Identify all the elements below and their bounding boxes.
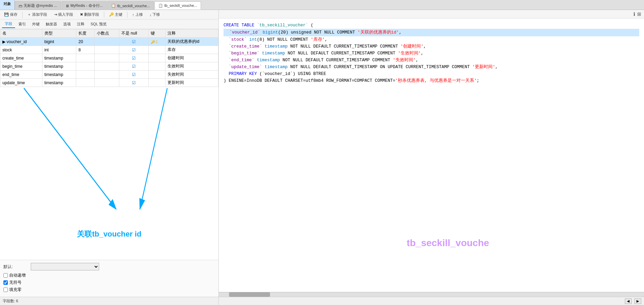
status-btn-2[interactable]: ▶ (634, 298, 641, 304)
cell-type: timestamp (42, 54, 76, 62)
cell-decimal (95, 79, 119, 87)
cell-comment: 更新时间 (165, 79, 218, 87)
nav-tab-fields[interactable]: 字段 (2, 20, 15, 28)
cell-name: update_time (0, 79, 42, 87)
tab-myredis[interactable]: 🖥 MyRedis - 命令行... (62, 1, 107, 10)
fill-zero-input[interactable] (3, 288, 8, 292)
sql-editor[interactable]: CREATE TABLE `tb_seckill_voucher` ( `vou… (219, 18, 644, 292)
unsigned-checkbox[interactable]: 无符号 (3, 280, 215, 285)
cell-name: begin_time (0, 62, 42, 71)
cell-comment: 关联的优惠券的id (165, 38, 218, 46)
cell-decimal (95, 62, 119, 71)
cell-comment: 库存 (165, 46, 218, 54)
cell-type: bigint (42, 38, 76, 46)
move-up-button[interactable]: ↑ 上移 (130, 11, 145, 18)
nav-tabs: 字段 索引 外键 触发器 选项 注释 SQL 预览 (0, 20, 218, 29)
cell-notnull: ☑ (119, 71, 148, 79)
delete-icon: ✖ (80, 12, 83, 17)
save-button[interactable]: 💾 保存 (2, 11, 19, 18)
primary-key-button[interactable]: 🔑 主键 (107, 11, 124, 18)
sql-line-8: PRIMARY KEY (`voucher_id`) USING BTREE (224, 71, 639, 77)
cell-decimal (95, 38, 119, 46)
cell-type: timestamp (42, 79, 76, 87)
cell-comment: 失效时间 (165, 71, 218, 79)
nav-tab-fk[interactable]: 外键 (29, 20, 42, 28)
svg-line-1 (24, 88, 116, 209)
cell-comment: 生效时间 (165, 62, 218, 71)
default-select[interactable] (31, 263, 99, 270)
tab-seckill-1[interactable]: 📋 tb_seckill_vouche... (107, 1, 154, 10)
sql-line-6: `end_time` timestamp NOT NULL DEFAULT CU… (224, 57, 639, 64)
cell-key: 🔑 1 (149, 38, 165, 46)
sql-line-4: `create_time` timestamp NOT NULL DEFAULT… (224, 43, 639, 50)
cell-length (76, 71, 95, 79)
table-icon-1: 📋 (111, 3, 116, 8)
nav-tab-sql-preview[interactable]: SQL 预览 (88, 20, 109, 28)
nav-tab-comment[interactable]: 注释 (74, 20, 87, 28)
nav-tab-index[interactable]: 索引 (16, 20, 29, 28)
cell-key (149, 46, 165, 54)
fill-zero-checkbox[interactable]: 填充零 (3, 287, 215, 293)
top-tab-row: 对象 🗃 无标题 @myredis ... 🖥 MyRedis - 命令行...… (0, 0, 644, 10)
cell-notnull: ☑ (119, 46, 148, 54)
table-row[interactable]: end_timetimestamp☑失效时间 (0, 71, 218, 79)
table-row[interactable]: create_timetimestamp☑创建时间 (0, 54, 218, 62)
cell-key (149, 79, 165, 87)
cell-comment: 创建时间 (165, 54, 218, 62)
sql-line-2: `voucher_id` bigint(20) unsigned NOT NUL… (224, 29, 639, 36)
sql-line-9: ) ENGINE=InnoDB DEFAULT CHARSET=utf8mb4 … (224, 77, 639, 84)
field-count: 字段数: 6 (3, 298, 18, 304)
col-header-decimal: 小数点 (95, 29, 119, 38)
cell-decimal (95, 71, 119, 79)
divider-1 (22, 12, 23, 18)
cell-type: timestamp (42, 62, 76, 71)
auto-increment-checkbox[interactable]: 自动递增 (3, 272, 215, 278)
delete-field-button[interactable]: ✖ 删除字段 (78, 11, 101, 18)
scrollbar-thumb[interactable] (229, 292, 270, 297)
layout-icon[interactable]: ⊞ (637, 11, 641, 17)
tab-seckill-2[interactable]: 📋 tb_seckill_vouche... (155, 1, 201, 10)
cell-name: end_time (0, 71, 42, 79)
nav-tab-trigger[interactable]: 触发器 (43, 20, 60, 28)
object-label: 对象 (0, 0, 15, 10)
tab-untitled[interactable]: 🗃 无标题 @myredis ... (15, 1, 61, 10)
annotation-text: 关联tb_voucher id (77, 229, 141, 239)
main-container: 💾 保存 ＋ 添加字段 ⇥ 插入字段 ✖ 删除字段 🔑 主键 (0, 10, 644, 305)
left-annotation: 名 类型 长度 小数点 不是 null 键 注释 ▶ voucher_idbig… (0, 29, 218, 260)
horizontal-scrollbar[interactable] (219, 292, 644, 297)
auto-increment-input[interactable] (3, 273, 8, 278)
move-down-button[interactable]: ↓ 下移 (148, 11, 162, 18)
cell-notnull: ☑ (119, 38, 148, 46)
table-row[interactable]: ▶ voucher_idbigint20☑🔑 1关联的优惠券的id (0, 38, 218, 46)
info-icon[interactable]: ℹ (633, 11, 635, 17)
watermark: tb_seckill_vouche (407, 236, 489, 251)
svg-line-2 (140, 88, 167, 209)
right-status: ◀ ▶ (219, 297, 644, 305)
sql-line-5: `begin_time` timestamp NOT NULL DEFAULT … (224, 50, 639, 57)
table-container: 名 类型 长度 小数点 不是 null 键 注释 ▶ voucher_idbig… (0, 29, 218, 87)
table-row[interactable]: begin_timetimestamp☑生效时间 (0, 62, 218, 71)
cell-length (76, 62, 95, 71)
right-toolbar: ℹ ⊞ (219, 10, 644, 18)
cell-length: 8 (76, 46, 95, 54)
up-icon: ↑ (132, 13, 134, 17)
cell-length: 20 (76, 38, 95, 46)
cell-length (76, 79, 95, 87)
add-field-button[interactable]: ＋ 添加字段 (25, 11, 49, 18)
table-row[interactable]: update_timetimestamp☑更新时间 (0, 79, 218, 87)
db-icon: 🗃 (18, 4, 22, 8)
cell-name: stock (0, 46, 42, 54)
unsigned-input[interactable] (3, 280, 8, 285)
status-btn-1[interactable]: ◀ (625, 298, 632, 304)
table-row[interactable]: stockint8☑库存 (0, 46, 218, 54)
divider-3 (127, 12, 128, 18)
cell-key (149, 54, 165, 62)
unsigned-label: 无符号 (9, 280, 22, 285)
left-panel: 💾 保存 ＋ 添加字段 ⇥ 插入字段 ✖ 删除字段 🔑 主键 (0, 10, 219, 305)
insert-field-button[interactable]: ⇥ 插入字段 (52, 11, 75, 18)
cell-name: ▶ voucher_id (0, 38, 42, 46)
sql-line-3: `stock` int(8) NOT NULL COMMENT '库存', (224, 36, 639, 43)
cell-key (149, 71, 165, 79)
nav-tab-options[interactable]: 选项 (61, 20, 73, 28)
col-header-comment: 注释 (165, 29, 218, 38)
